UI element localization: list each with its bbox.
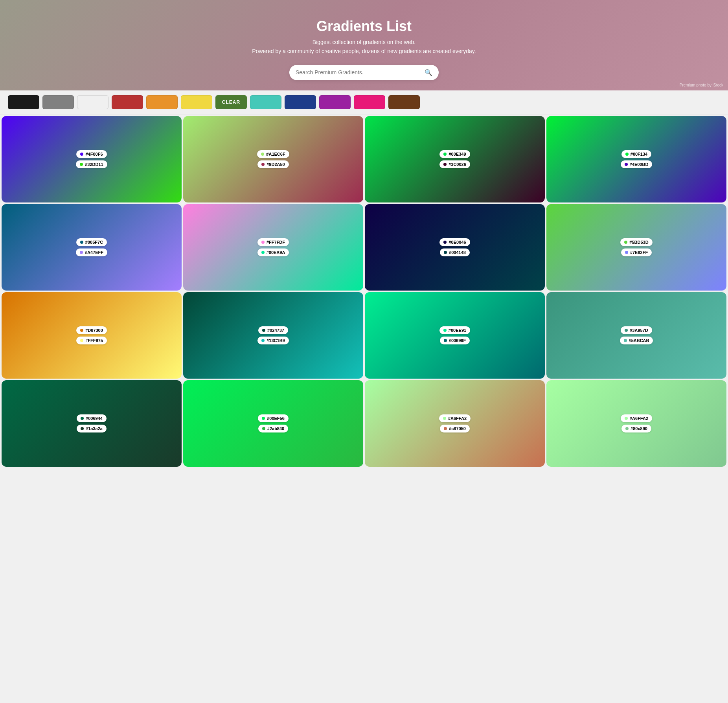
card-labels: #024737#13C1B9 — [257, 326, 289, 344]
color-label-top: #00F134 — [621, 150, 651, 158]
filter-red[interactable] — [112, 95, 143, 109]
color-label-bottom: #5ABCAB — [620, 337, 653, 344]
color-label-top: #006944 — [77, 414, 107, 422]
filter-bar: CLEAR — [0, 90, 728, 114]
gradient-grid: #4F00F6#32DD11#A1EC6F#9D2A50#00E349#3C00… — [0, 114, 728, 468]
gradient-card[interactable]: #A1EC6F#9D2A50 — [183, 116, 363, 202]
color-label-bottom: #4E00BD — [621, 160, 653, 168]
card-labels: #D87300#FFF975 — [76, 326, 107, 344]
filter-brown[interactable] — [388, 95, 420, 109]
gradient-card[interactable]: #005F7C#A47EFF — [2, 204, 182, 291]
color-label-bottom: #004148 — [440, 248, 470, 256]
gradient-card[interactable]: #006944#1a3a2a — [2, 380, 182, 467]
hero-subtitle: Biggest collection of gradients on the w… — [252, 38, 476, 55]
gradient-card[interactable]: #3A957D#5ABCAB — [546, 292, 726, 379]
gradient-card[interactable]: #5BD53D#7E82FF — [546, 204, 726, 291]
card-labels: #FF7FDF#00EA9A — [257, 238, 289, 256]
color-label-bottom: #FFF975 — [76, 337, 107, 344]
gradient-card[interactable]: #00EF56#2ab840 — [183, 380, 363, 467]
color-label-bottom: #3C0026 — [439, 160, 470, 168]
color-label-top: #D87300 — [76, 326, 107, 334]
color-label-top: #A6FFA2 — [621, 414, 652, 422]
gradient-card[interactable]: #00E349#3C0026 — [365, 116, 545, 202]
clear-button[interactable]: CLEAR — [215, 95, 247, 109]
card-labels: #00EF56#2ab840 — [258, 414, 289, 432]
color-label-top: #00EE91 — [439, 326, 470, 334]
gradient-card[interactable]: #4F00F6#32DD11 — [2, 116, 182, 202]
color-label-top: #024737 — [258, 326, 288, 334]
color-label-bottom: #00EA9A — [257, 248, 289, 256]
card-labels: #005F7C#A47EFF — [76, 238, 107, 256]
card-labels: #3A957D#5ABCAB — [620, 326, 653, 344]
card-labels: #4F00F6#32DD11 — [76, 150, 107, 168]
card-labels: #0E0046#004148 — [439, 238, 470, 256]
color-label-bottom: #2ab840 — [258, 425, 288, 432]
search-container: 🔍 — [289, 65, 439, 80]
color-label-bottom: #7E82FF — [621, 248, 652, 256]
color-label-top: #00EF56 — [258, 414, 289, 422]
filter-pink[interactable] — [354, 95, 385, 109]
card-labels: #A6FFA2#c87050 — [439, 414, 471, 432]
color-label-bottom: #32DD11 — [76, 160, 107, 168]
card-labels: #006944#1a3a2a — [77, 414, 107, 432]
color-label-bottom: #c87050 — [440, 425, 470, 432]
card-labels: #00EE91#00696F — [439, 326, 470, 344]
card-labels: #00E349#3C0026 — [439, 150, 470, 168]
filter-black[interactable] — [8, 95, 39, 109]
color-label-top: #3A957D — [621, 326, 652, 334]
color-label-top: #005F7C — [76, 238, 107, 246]
color-label-bottom: #00696F — [440, 337, 470, 344]
card-labels: #A6FFA2#80c890 — [621, 414, 652, 432]
filter-yellow[interactable] — [181, 95, 212, 109]
color-label-top: #A6FFA2 — [439, 414, 471, 422]
gradient-card[interactable]: #00F134#4E00BD — [546, 116, 726, 202]
gradient-card[interactable]: #A6FFA2#c87050 — [365, 380, 545, 467]
color-label-bottom: #13C1B9 — [257, 337, 289, 344]
color-label-top: #FF7FDF — [257, 238, 289, 246]
filter-white[interactable] — [77, 95, 108, 109]
color-label-top: #00E349 — [439, 150, 470, 158]
color-label-bottom: #9D2A50 — [257, 160, 289, 168]
search-input[interactable] — [296, 69, 425, 75]
color-label-top: #4F00F6 — [76, 150, 107, 158]
card-labels: #A1EC6F#9D2A50 — [257, 150, 289, 168]
color-label-bottom: #A47EFF — [76, 248, 107, 256]
filter-blue[interactable] — [285, 95, 316, 109]
credit-text: Premium photo by iStock — [680, 83, 723, 87]
filter-teal[interactable] — [250, 95, 281, 109]
gradient-card[interactable]: #024737#13C1B9 — [183, 292, 363, 379]
search-icon: 🔍 — [425, 69, 432, 76]
color-label-top: #0E0046 — [439, 238, 470, 246]
card-labels: #00F134#4E00BD — [621, 150, 653, 168]
color-label-top: #5BD53D — [620, 238, 652, 246]
hero-section: Gradients List Biggest collection of gra… — [0, 0, 728, 90]
color-label-bottom: #1a3a2a — [77, 425, 107, 432]
filter-orange[interactable] — [146, 95, 178, 109]
gradient-card[interactable]: #00EE91#00696F — [365, 292, 545, 379]
card-labels: #5BD53D#7E82FF — [620, 238, 652, 256]
page-title: Gradients List — [316, 18, 412, 35]
color-label-bottom: #80c890 — [621, 425, 651, 432]
color-label-top: #A1EC6F — [257, 150, 289, 158]
filter-gray[interactable] — [42, 95, 74, 109]
gradient-card[interactable]: #A6FFA2#80c890 — [546, 380, 726, 467]
gradient-card[interactable]: #FF7FDF#00EA9A — [183, 204, 363, 291]
filter-purple[interactable] — [319, 95, 351, 109]
gradient-card[interactable]: #0E0046#004148 — [365, 204, 545, 291]
gradient-card[interactable]: #D87300#FFF975 — [2, 292, 182, 379]
